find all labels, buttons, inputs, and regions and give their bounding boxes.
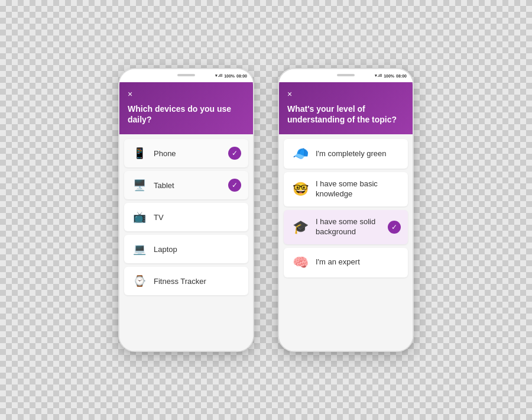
fitness-label: Fitness Tracker <box>154 277 241 286</box>
expert-emoji: 🧠 <box>291 255 310 270</box>
battery-2: 100% <box>384 74 394 78</box>
basic-label: I have some basic knowledge <box>316 179 401 199</box>
time-1: 08:00 <box>236 74 247 78</box>
close-button-1[interactable]: × <box>128 89 245 99</box>
device-list: 📱 Phone ✓ 🖥️ Tablet ✓ 📺 TV 💻 Laptop <box>119 134 253 351</box>
knowledge-item-solid[interactable]: 🎓 I have some solid background ✓ <box>284 210 408 244</box>
phone-icon: 📱 <box>131 145 148 161</box>
signal-1: ▾.ıll <box>215 73 222 78</box>
knowledge-item-basic[interactable]: 🤓 I have some basic knowledge <box>284 172 408 206</box>
device-item-tablet[interactable]: 🖥️ Tablet ✓ <box>124 171 248 199</box>
solid-label: I have some solid background <box>316 217 382 237</box>
tablet-check: ✓ <box>228 179 241 192</box>
basic-emoji: 🤓 <box>291 182 310 197</box>
phone-1-screen: × Which devices do you use daily? 📱 Phon… <box>119 82 253 351</box>
knowledge-item-expert[interactable]: 🧠 I'm an expert <box>284 248 408 277</box>
phone-label: Phone <box>154 149 222 158</box>
phone-2: ▾.ıll 100% 08:00 × What's your level of … <box>278 68 414 352</box>
speaker-2 <box>337 74 355 76</box>
device-item-tv[interactable]: 📺 TV <box>124 203 248 231</box>
green-label: I'm completely green <box>316 149 401 159</box>
battery-1: 100% <box>224 74 235 78</box>
solid-emoji: 🎓 <box>291 219 310 235</box>
speaker <box>177 74 195 76</box>
tablet-icon: 🖥️ <box>131 177 148 193</box>
green-emoji: 🧢 <box>291 146 310 161</box>
phone-1-header: × Which devices do you use daily? <box>119 82 253 134</box>
laptop-label: Laptop <box>154 245 241 254</box>
device-item-phone[interactable]: 📱 Phone ✓ <box>124 139 248 167</box>
tablet-label: Tablet <box>154 181 222 190</box>
status-bar-1: ▾.ıll 100% 08:00 <box>119 69 253 82</box>
phone-1: ▾.ıll 100% 08:00 × Which devices do you … <box>118 68 254 352</box>
time-2: 08:00 <box>396 74 407 78</box>
expert-label: I'm an expert <box>316 257 401 267</box>
phone-check: ✓ <box>228 147 241 160</box>
laptop-icon: 💻 <box>131 241 148 257</box>
tv-label: TV <box>154 213 241 222</box>
device-item-fitness[interactable]: ⌚ Fitness Tracker <box>124 267 248 295</box>
fitness-icon: ⌚ <box>131 273 148 289</box>
device-item-laptop[interactable]: 💻 Laptop <box>124 235 248 263</box>
knowledge-list: 🧢 I'm completely green 🤓 I have some bas… <box>279 134 413 351</box>
signal-2: ▾.ıll <box>375 73 382 78</box>
phone-2-title: What's your level of understanding of th… <box>287 104 404 125</box>
knowledge-item-green[interactable]: 🧢 I'm completely green <box>284 139 408 169</box>
status-bar-2: ▾.ıll 100% 08:00 <box>279 69 413 82</box>
phone-2-screen: × What's your level of understanding of … <box>279 82 413 351</box>
close-button-2[interactable]: × <box>287 89 404 99</box>
phone-2-header: × What's your level of understanding of … <box>279 82 413 134</box>
phones-container: ▾.ıll 100% 08:00 × Which devices do you … <box>118 68 414 352</box>
phone-1-title: Which devices do you use daily? <box>128 104 245 125</box>
solid-check: ✓ <box>388 221 401 234</box>
tv-icon: 📺 <box>131 209 148 225</box>
